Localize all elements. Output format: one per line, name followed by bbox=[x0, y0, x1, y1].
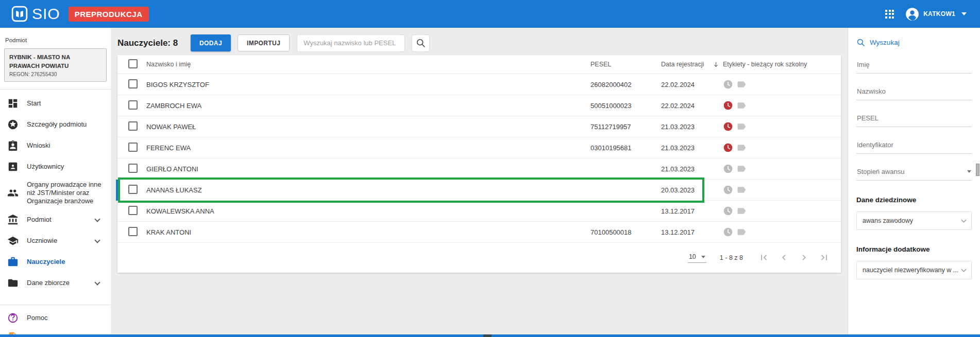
vertical-scrollbar-thumb[interactable] bbox=[976, 164, 979, 176]
sidebar-item-uzytkownicy[interactable]: Użytkownicy bbox=[4, 156, 107, 177]
table-row[interactable]: BIGOS KRZYSZTOF 26082000402 22.02.2024 bbox=[117, 74, 841, 95]
last-page-button[interactable] bbox=[819, 252, 830, 263]
sidebar-item-label: Podmiot bbox=[27, 216, 52, 224]
table-row[interactable]: KOWALEWSKA ANNA 13.12.2017 bbox=[117, 201, 841, 222]
sidebar-item-label: Nauczyciele bbox=[27, 258, 65, 266]
horizontal-scrollbar-thumb[interactable] bbox=[483, 334, 492, 337]
caret-down-icon bbox=[967, 170, 971, 173]
filter-title-label: Wyszukaj bbox=[870, 39, 900, 46]
user-menu[interactable]: KATKOW1 bbox=[905, 7, 967, 21]
teacher-pesel: 26082000402 bbox=[590, 81, 661, 88]
entity-name: RYBNIK - MIASTO NA PRAWACH POWIATU bbox=[9, 53, 102, 70]
bank-icon bbox=[7, 214, 19, 225]
tag-label-icon bbox=[736, 206, 747, 216]
table-row[interactable]: FERENC EWA 03010195681 21.03.2023 bbox=[117, 137, 841, 158]
teacher-name: GIERŁO ANTONI bbox=[146, 165, 590, 173]
table-row[interactable]: ZAMBROCH EWA 50051000023 22.02.2024 bbox=[117, 95, 841, 116]
teacher-pesel: 50051000023 bbox=[590, 102, 661, 110]
folder-icon bbox=[7, 277, 19, 289]
sidebar-item-szczegoly-podmiotu[interactable]: Szczegóły podmiotu bbox=[4, 114, 107, 135]
clock-label-icon bbox=[723, 185, 733, 195]
sidebar-item-dane-zbiorcze[interactable]: Dane zbiorcze bbox=[4, 272, 107, 293]
previous-page-button[interactable] bbox=[779, 252, 789, 263]
row-checkbox[interactable] bbox=[128, 79, 138, 88]
chevron-down-icon bbox=[961, 218, 967, 223]
sidebar-item-label: Użytkownicy bbox=[27, 163, 64, 171]
next-page-button[interactable] bbox=[799, 252, 809, 263]
filter-field-pesel[interactable]: PESEL bbox=[856, 114, 972, 127]
row-checkbox[interactable] bbox=[128, 227, 138, 236]
filter-field-stopien-awansu[interactable]: Stopień awansu bbox=[856, 168, 972, 181]
registration-date: 13.12.2017 bbox=[661, 228, 723, 236]
section-header-dane-dziedzinowe: Dane dziedzinowe bbox=[856, 196, 972, 204]
sidebar-item-wnioski[interactable]: Wnioski bbox=[4, 135, 107, 156]
chevron-down-icon bbox=[961, 12, 967, 15]
first-page-button[interactable] bbox=[758, 252, 769, 263]
filter-field-imie[interactable]: Imię bbox=[856, 61, 972, 74]
row-checkbox[interactable] bbox=[128, 164, 138, 173]
clock-label-icon bbox=[723, 206, 733, 216]
add-button[interactable]: DODAJ bbox=[191, 34, 231, 51]
entity-card: RYBNIK - MIASTO NA PRAWACH POWIATU REGON… bbox=[4, 48, 107, 82]
sidebar-item-label: Pomoc bbox=[27, 314, 47, 322]
chevron-down-icon bbox=[94, 280, 100, 286]
column-header-labels[interactable]: Etykiety - bieżący rok szkolny bbox=[723, 61, 841, 68]
row-checkbox[interactable] bbox=[128, 121, 138, 131]
search-button[interactable] bbox=[412, 34, 430, 52]
teacher-name: FERENC EWA bbox=[146, 144, 590, 152]
row-checkbox[interactable] bbox=[128, 143, 138, 152]
pagination-range: 1 - 8 z 8 bbox=[720, 254, 743, 261]
sidebar-item-nauczyciele[interactable]: Nauczyciele bbox=[4, 251, 107, 272]
select-all-checkbox[interactable] bbox=[128, 59, 138, 68]
row-checkbox[interactable] bbox=[128, 185, 138, 194]
sidebar-item-pomoc[interactable]: Pomoc bbox=[4, 308, 107, 327]
assignment-icon bbox=[7, 140, 19, 151]
teacher-pesel: 75112719957 bbox=[590, 123, 661, 131]
section-header-informacje-dodatkowe: Informacje dodatkowe bbox=[856, 245, 972, 253]
sidebar-item-label: Wnioski bbox=[27, 141, 50, 150]
filter-option-nauczyciel-niezweryfikowany[interactable]: nauczyciel niezweryfikowany w ... bbox=[856, 261, 972, 279]
table-row[interactable]: NOWAK PAWEŁ 75112719957 21.03.2023 bbox=[117, 116, 841, 137]
row-checkbox[interactable] bbox=[128, 100, 138, 110]
user-name: KATKOW1 bbox=[923, 10, 955, 17]
teacher-name: KRAK ANTONI bbox=[146, 228, 590, 236]
field-label: Nazwisko bbox=[857, 87, 886, 95]
clock-label-icon bbox=[723, 100, 733, 111]
clock-label-icon bbox=[723, 164, 733, 174]
table-row-highlighted[interactable]: ANANAS ŁUKASZ 20.03.2023 bbox=[117, 180, 841, 201]
row-checkbox[interactable] bbox=[128, 206, 138, 215]
search-input[interactable] bbox=[297, 34, 405, 52]
clock-label-icon bbox=[723, 143, 733, 153]
teachers-table: Nazwisko i imię PESEL Data rejestracji E… bbox=[117, 55, 841, 273]
teacher-name: ZAMBROCH EWA bbox=[146, 102, 590, 110]
group-icon bbox=[7, 187, 19, 199]
registration-date: 22.02.2024 bbox=[661, 102, 723, 110]
apps-grid-icon[interactable] bbox=[885, 10, 894, 19]
tag-label-icon bbox=[736, 227, 747, 237]
column-header-date[interactable]: Data rejestracji bbox=[661, 61, 704, 68]
left-sidebar: Podmiot RYBNIK - MIASTO NA PRAWACH POWIA… bbox=[0, 28, 111, 337]
sidebar-item-start[interactable]: Start bbox=[4, 93, 107, 114]
column-header-pesel[interactable]: PESEL bbox=[590, 61, 661, 68]
table-row[interactable]: KRAK ANTONI 70100500018 13.12.2017 bbox=[117, 222, 841, 243]
sio-logo[interactable]: SIO bbox=[11, 5, 60, 23]
sidebar-item-label: Uczniowie bbox=[27, 237, 57, 245]
sidebar-item-label: Start bbox=[27, 99, 41, 108]
sidebar-item-podmiot[interactable]: Podmiot bbox=[4, 209, 107, 230]
import-button[interactable]: IMPORTUJ bbox=[238, 34, 290, 51]
sidebar-item-organy-prowadzace[interactable]: Organy prowadzące inne niż JST/Minister … bbox=[4, 177, 107, 209]
field-label: Imię bbox=[857, 61, 870, 68]
registration-date: 21.03.2023 bbox=[661, 123, 723, 131]
sort-descending-icon[interactable] bbox=[712, 61, 720, 68]
table-row[interactable]: GIERŁO ANTONI 21.03.2023 bbox=[117, 158, 841, 180]
page-title: Nauczyciele: 8 bbox=[117, 38, 191, 48]
field-label: PESEL bbox=[857, 114, 878, 122]
filter-field-identyfikator[interactable]: Identyfikator bbox=[856, 141, 972, 154]
page-size-select[interactable]: 10 bbox=[688, 252, 706, 263]
filter-option-awans-zawodowy[interactable]: awans zawodowy bbox=[856, 211, 972, 230]
option-label: awans zawodowy bbox=[863, 217, 913, 224]
filter-field-nazwisko[interactable]: Nazwisko bbox=[856, 87, 972, 100]
sidebar-item-uczniowie[interactable]: Uczniowie bbox=[4, 230, 107, 251]
column-header-name[interactable]: Nazwisko i imię bbox=[146, 61, 590, 68]
account-circle-icon bbox=[905, 7, 919, 21]
